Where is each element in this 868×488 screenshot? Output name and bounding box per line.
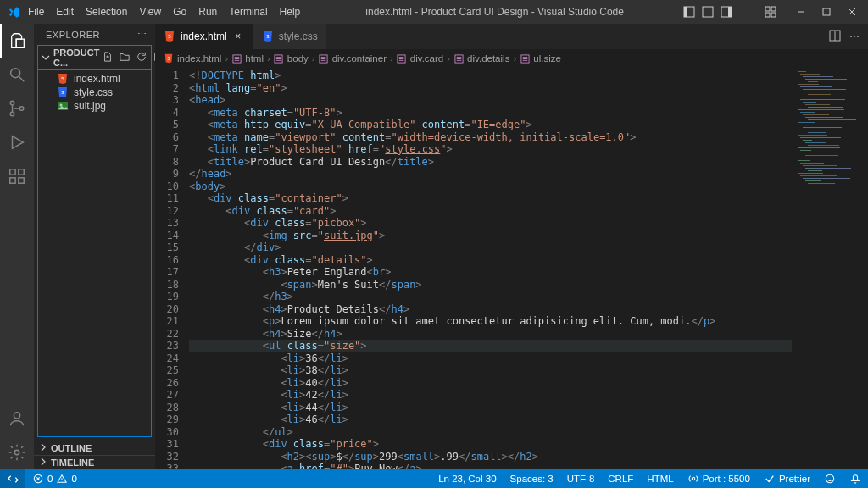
status-lncol[interactable]: Ln 23, Col 30 (431, 469, 503, 488)
check-icon (764, 473, 776, 485)
close-icon[interactable]: × (232, 30, 244, 42)
breadcrumb-item[interactable]: div.card (397, 53, 443, 64)
activity-run-debug[interactable] (0, 125, 34, 159)
svg-point-17 (10, 112, 14, 116)
error-icon (32, 473, 44, 485)
menu-file[interactable]: File (22, 3, 50, 21)
minimap[interactable] (792, 68, 868, 469)
close-button[interactable] (839, 0, 865, 24)
breadcrumb-item[interactable]: div.container (319, 53, 387, 64)
svg-text:5: 5 (168, 56, 170, 61)
tab-index-html[interactable]: 5index.html× (155, 24, 253, 49)
sidebar-explorer: EXPLORER ⋯ PRODUCT C... 5index.html3styl… (34, 24, 155, 469)
separator (743, 6, 754, 18)
layout-bottom-icon[interactable] (702, 6, 714, 18)
maximize-button[interactable] (814, 0, 839, 24)
svg-rect-7 (771, 7, 776, 11)
css-file-icon: 3 (57, 86, 69, 98)
warning-icon (56, 473, 68, 485)
remote-icon (7, 473, 19, 485)
status-prettier[interactable]: Prettier (757, 469, 817, 488)
bell-icon (849, 473, 861, 485)
folder-section-header[interactable]: PRODUCT C... (37, 45, 152, 70)
file-tree: 5index.html3style.csssuit.jpg (38, 70, 151, 116)
menu-selection[interactable]: Selection (80, 3, 133, 21)
more-actions-icon[interactable]: ⋯ (137, 29, 147, 40)
editor-group: 5index.html×3style.css ⋯ 5index.html›htm… (155, 24, 868, 469)
jpg-file-icon (57, 100, 69, 112)
svg-rect-6 (765, 7, 770, 11)
activity-source-control[interactable] (0, 92, 34, 125)
refresh-icon[interactable] (136, 52, 147, 64)
split-editor-icon[interactable] (829, 30, 841, 44)
activity-account[interactable] (0, 402, 34, 435)
activity-bar (0, 24, 34, 469)
layout-right-icon[interactable] (721, 6, 732, 18)
status-eol[interactable]: CRLF (601, 469, 640, 488)
breadcrumb-item[interactable]: html (231, 53, 264, 64)
explorer-title: EXPLORER (46, 30, 100, 40)
menu-view[interactable]: View (133, 3, 167, 21)
svg-point-46 (692, 477, 694, 480)
breadcrumb-item[interactable]: 5index.html (164, 53, 221, 64)
svg-point-16 (10, 101, 14, 105)
title-bar: FileEditSelectionViewGoRunTerminalHelp i… (0, 0, 868, 24)
breadcrumb-item[interactable]: div.details (453, 53, 509, 64)
svg-rect-8 (765, 13, 770, 17)
html-file-icon: 5 (164, 53, 174, 64)
svg-rect-3 (703, 14, 713, 17)
menu-terminal[interactable]: Terminal (223, 3, 273, 21)
status-liveserver[interactable]: Port : 5500 (681, 469, 757, 488)
layout-left-icon[interactable] (683, 6, 695, 18)
svg-rect-9 (771, 13, 776, 17)
menu-go[interactable]: Go (167, 3, 192, 21)
svg-point-24 (14, 450, 19, 455)
menu-help[interactable]: Help (274, 3, 307, 21)
svg-rect-19 (10, 169, 15, 175)
status-errors[interactable]: 0 0 (25, 469, 84, 488)
status-bell[interactable] (843, 469, 868, 488)
svg-rect-11 (823, 8, 830, 15)
html-file-icon: 5 (164, 30, 175, 42)
status-remote[interactable] (0, 469, 25, 488)
tab-style-css[interactable]: 3style.css (253, 24, 327, 49)
file-item[interactable]: suit.jpg (47, 99, 151, 113)
symbol-icon (453, 53, 464, 64)
chevron-right-icon (39, 443, 47, 453)
status-language[interactable]: HTML (640, 469, 680, 488)
file-item[interactable]: 5index.html (47, 72, 151, 86)
svg-point-23 (14, 413, 19, 419)
activity-search[interactable] (0, 58, 34, 92)
symbol-icon (274, 53, 284, 64)
file-item[interactable]: 3style.css (47, 86, 151, 99)
menu-run[interactable]: Run (192, 3, 223, 21)
breadcrumb-item[interactable]: body (274, 53, 309, 64)
menu-edit[interactable]: Edit (50, 3, 80, 21)
feedback-icon (824, 473, 836, 485)
minimize-button[interactable] (788, 0, 814, 24)
section-timeline[interactable]: TIMELINE (34, 455, 155, 469)
svg-point-47 (826, 474, 833, 482)
more-actions-icon[interactable]: ⋯ (849, 30, 860, 42)
code-editor[interactable]: <!DOCTYPE html><html lang="en"><head> <m… (189, 68, 792, 469)
folder-name: PRODUCT C... (53, 47, 99, 68)
new-folder-icon[interactable] (120, 52, 130, 64)
chevron-down-icon (42, 53, 50, 62)
status-feedback[interactable] (817, 469, 843, 488)
symbol-icon (520, 53, 530, 64)
vscode-logo-icon (7, 5, 20, 19)
status-encoding[interactable]: UTF-8 (560, 469, 602, 488)
svg-line-15 (19, 77, 25, 82)
activity-explorer[interactable] (0, 24, 34, 58)
layout-customize-icon[interactable] (765, 6, 776, 18)
section-outline[interactable]: OUTLINE (34, 441, 155, 455)
activity-extensions[interactable] (0, 159, 34, 193)
breadcrumb-item[interactable]: ul.size (520, 53, 561, 64)
svg-point-14 (11, 69, 20, 78)
new-file-icon[interactable] (103, 52, 113, 64)
breadcrumb[interactable]: 5index.html›html›body›div.container›div.… (155, 49, 868, 68)
chevron-right-icon (39, 458, 47, 468)
activity-settings[interactable] (0, 435, 34, 469)
css-file-icon: 3 (262, 30, 274, 42)
status-spaces[interactable]: Spaces: 3 (504, 469, 560, 488)
